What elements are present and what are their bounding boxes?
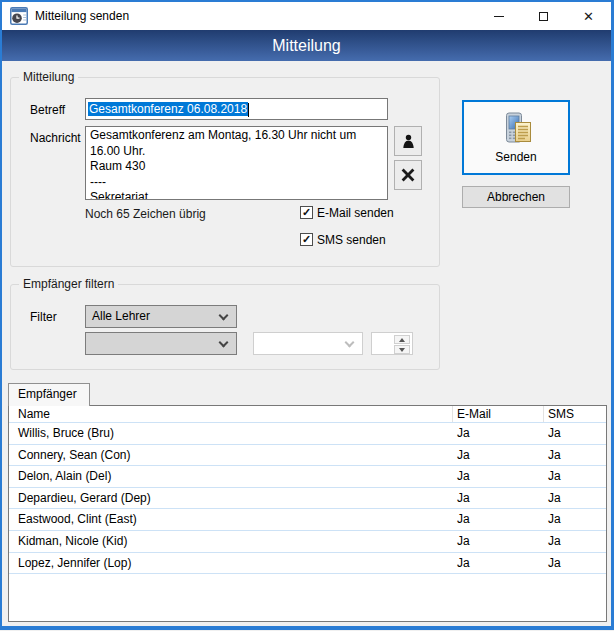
close-button[interactable]: ✕	[566, 2, 611, 30]
chevron-down-icon	[345, 338, 355, 348]
window-title: Mitteilung senden	[35, 2, 129, 30]
chevron-down-icon	[219, 338, 229, 348]
spin-down-button[interactable]	[394, 345, 410, 354]
filter-sub-dropdown[interactable]	[85, 332, 237, 355]
maximize-button[interactable]	[521, 2, 566, 30]
cell-email: Ja	[457, 423, 470, 444]
phone-message-icon	[498, 112, 534, 145]
column-divider	[543, 406, 544, 422]
table-row[interactable]: Connery, Sean (Con) Ja Ja	[9, 445, 606, 467]
cell-name: Kidman, Nicole (Kid)	[18, 531, 127, 552]
table-row[interactable]: Kidman, Nicole (Kid) Ja Ja	[9, 531, 606, 553]
checkmark-icon: ✓	[300, 233, 313, 246]
maximize-icon	[539, 12, 548, 21]
cell-sms: Ja	[548, 488, 561, 509]
minimize-button[interactable]	[476, 2, 521, 30]
cell-sms: Ja	[548, 466, 561, 487]
table-row[interactable]: Delon, Alain (Del) Ja Ja	[9, 466, 606, 488]
table-row[interactable]: Lopez, Jennifer (Lop) Ja Ja	[9, 553, 606, 575]
checkbox-email-senden[interactable]: ✓ E-Mail senden	[300, 205, 394, 220]
cell-sms: Ja	[548, 445, 561, 466]
column-header-sms[interactable]: SMS	[548, 406, 574, 422]
column-header-name[interactable]: Name	[18, 406, 50, 422]
cell-sms: Ja	[548, 531, 561, 552]
cancel-button[interactable]: Abbrechen	[462, 186, 570, 208]
subject-selected-text: Gesamtkonferenz 06.08.2018	[88, 102, 248, 116]
delete-x-icon	[401, 168, 415, 182]
chars-remaining-text: Noch 65 Zeichen übrig	[85, 207, 206, 221]
cell-name: Eastwood, Clint (East)	[18, 509, 137, 530]
insert-person-button[interactable]	[394, 126, 422, 156]
cell-name: Connery, Sean (Con)	[18, 445, 131, 466]
clear-message-button[interactable]	[394, 160, 422, 190]
cell-name: Lopez, Jennifer (Lop)	[18, 553, 131, 574]
cell-name: Depardieu, Gerard (Dep)	[18, 488, 151, 509]
column-header-email[interactable]: E-Mail	[457, 406, 491, 422]
column-divider	[452, 406, 453, 422]
table-row[interactable]: Eastwood, Clint (East) Ja Ja	[9, 509, 606, 531]
person-icon	[402, 134, 415, 149]
cell-name: Willis, Bruce (Bru)	[18, 423, 114, 444]
title-bar[interactable]: Mitteilung senden ✕	[2, 2, 611, 30]
spin-up-button[interactable]	[394, 335, 410, 344]
message-label: Nachricht	[30, 131, 81, 145]
window-border-top	[0, 0, 614, 2]
table-row[interactable]: Willis, Bruce (Bru) Ja Ja	[9, 423, 606, 445]
checkbox-sms-senden[interactable]: ✓ SMS senden	[300, 232, 386, 247]
filter-number-spinner[interactable]	[371, 332, 413, 355]
text-caret	[248, 103, 249, 117]
send-button-label: Senden	[495, 150, 536, 164]
cell-email: Ja	[457, 445, 470, 466]
window-border-bottom	[0, 626, 614, 630]
filter-dropdown-value: Alle Lehrer	[92, 309, 150, 323]
cell-email: Ja	[457, 553, 470, 574]
close-icon: ✕	[583, 9, 594, 24]
banner-title: Mitteilung	[2, 30, 611, 61]
dialog-mitteilung-senden: Mitteilung senden ✕ Mitteilung Mitteilun…	[0, 0, 614, 631]
window-border-left	[0, 0, 2, 626]
cell-email: Ja	[457, 509, 470, 530]
cell-sms: Ja	[548, 423, 561, 444]
recipients-table: Name E-Mail SMS Willis, Bruce (Bru) Ja J…	[8, 405, 607, 622]
checkbox-email-label: E-Mail senden	[317, 206, 394, 220]
group-filter-label: Empfänger filtern	[19, 277, 118, 291]
cell-sms: Ja	[548, 509, 561, 530]
cell-email: Ja	[457, 531, 470, 552]
cell-name: Delon, Alain (Del)	[18, 466, 111, 487]
filter-label: Filter	[30, 310, 57, 324]
cell-sms: Ja	[548, 553, 561, 574]
send-button[interactable]: Senden	[462, 100, 570, 175]
tab-empfaenger[interactable]: Empfänger	[8, 383, 90, 406]
filter-value-combo[interactable]	[253, 332, 363, 355]
subject-label: Betreff	[30, 103, 65, 117]
arrow-up-icon	[399, 338, 405, 342]
cell-email: Ja	[457, 488, 470, 509]
chevron-down-icon	[219, 311, 229, 321]
table-row[interactable]: Depardieu, Gerard (Dep) Ja Ja	[9, 488, 606, 510]
checkmark-icon: ✓	[300, 206, 313, 219]
arrow-down-icon	[399, 348, 405, 352]
cell-email: Ja	[457, 466, 470, 487]
filter-dropdown[interactable]: Alle Lehrer	[85, 305, 237, 328]
group-mitteilung-label: Mitteilung	[19, 70, 78, 84]
message-textarea[interactable]: Gesamtkonferenz am Montag, 16.30 Uhr nic…	[85, 126, 388, 200]
checkbox-sms-label: SMS senden	[317, 233, 386, 247]
app-icon[interactable]	[10, 7, 28, 25]
subject-input[interactable]: Gesamtkonferenz 06.08.2018	[85, 98, 388, 120]
minimize-icon	[494, 16, 504, 17]
table-header-row[interactable]: Name E-Mail SMS	[9, 406, 606, 423]
